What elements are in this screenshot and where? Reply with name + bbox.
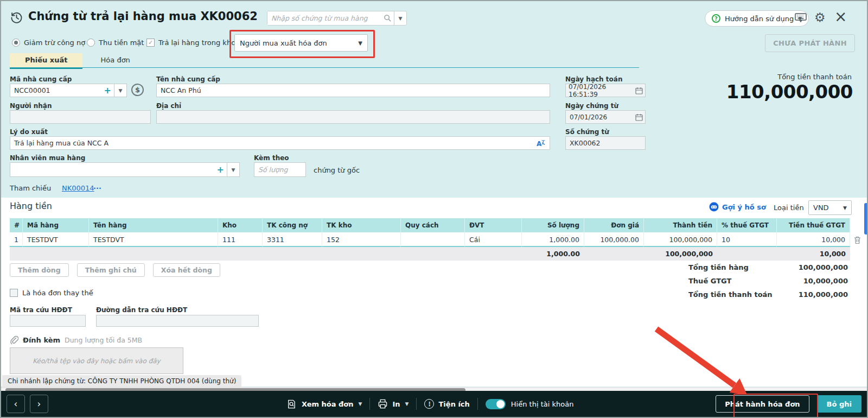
view-invoice-icon [286,399,297,409]
lookup-url-label: Đường dẫn tra cứu HĐĐT [96,306,187,314]
cell-debt-account[interactable]: 3311 [263,232,322,247]
cell-vat-amount[interactable]: 10,000 [777,232,850,247]
search-icon[interactable] [381,11,394,25]
invoice-issuer-dropdown[interactable]: Người mua xuất hóa đơn ▼ [234,34,368,52]
supplier-code-value[interactable]: NCC00001 [10,84,101,97]
search-dropdown-caret[interactable]: ▼ [394,11,406,25]
radio-icon [87,39,95,47]
col-header-item-name[interactable]: Tên hàng [89,218,218,232]
paperclip-icon [10,335,18,345]
col-header-stock-account[interactable]: TK kho [322,218,401,232]
checkbox-replacement-invoice[interactable]: Là hóa đơn thay thế [10,289,93,297]
items-table: # Mã hàng Tên hàng Kho TK công nợ TK kho… [10,218,850,261]
reference-more-link[interactable]: ... [93,182,101,191]
posting-date-value[interactable]: 07/01/2026 16:51:39 [566,84,635,97]
address-input[interactable] [156,110,550,124]
summary-cell [717,247,777,261]
supplier-dropdown-caret[interactable]: ▼ [114,84,126,97]
add-supplier-icon[interactable]: + [101,84,114,97]
col-header-unit-price[interactable]: Đơn giá [584,218,644,232]
chevron-down-icon[interactable]: ▼ [359,401,362,407]
cell-unit[interactable]: Cái [465,232,522,247]
currency-dollar-icon[interactable]: $ [131,84,144,96]
checkbox-return-in-stock[interactable]: ✓ Trả lại hàng trong kho [146,39,235,47]
vertical-scrollbar-thumb[interactable] [864,203,868,235]
add-staff-icon[interactable]: + [214,163,227,176]
tab-export-slip[interactable]: Phiếu xuất [10,53,82,69]
history-icon[interactable] [9,10,24,25]
tab-underline [10,67,639,68]
cell-warehouse[interactable]: 111 [218,232,263,247]
col-header-item-code[interactable]: Mã hàng [23,218,89,232]
summary-cell [263,247,322,261]
col-header-unit[interactable]: ĐVT [465,218,522,232]
cell-stock-account[interactable]: 152 [322,232,401,247]
file-dropzone[interactable]: Kéo/thả tệp vào đây hoặc bấm vào đây [10,347,183,374]
add-row-button[interactable]: Thêm dòng [10,263,69,277]
attached-qty-input[interactable] [254,162,306,177]
app-window: Chứng từ trả lại hàng mua XK00062 ▼ ? Hư… [0,0,868,418]
doc-number-input[interactable] [565,136,646,150]
help-button[interactable]: ? Hướng dẫn sử dụng ▼ [705,10,809,27]
col-header-quantity[interactable]: Số lượng [522,218,584,232]
summary-amount: 100,000,000 [644,247,717,261]
col-header-vat-amount[interactable]: Tiền thuế GTGT [777,218,850,232]
chevron-down-icon[interactable]: ▼ [405,401,409,407]
staff-dropdown-caret[interactable]: ▼ [227,163,239,176]
close-icon[interactable]: × [834,8,847,26]
col-header-amount[interactable]: Thành tiền [644,218,717,232]
print-label[interactable]: In [392,400,400,408]
buyer-staff-value[interactable] [10,163,214,176]
supplier-code-field: NCC00001 + ▼ [10,84,127,97]
delete-row-trash-icon[interactable] [853,236,861,244]
cell-amount[interactable]: 100,000,000 [644,232,717,247]
cell-item-name[interactable]: TESTDVT [89,232,218,247]
view-invoice-label[interactable]: Xem hóa đơn [302,400,354,408]
toggle-knob [496,400,505,408]
cell-unit-price[interactable]: 100,000.00 [584,232,644,247]
cell-vat-rate[interactable]: 10 [717,232,777,247]
calendar-icon[interactable] [635,84,645,97]
col-header-warehouse[interactable]: Kho [218,218,263,232]
cell-quantity[interactable]: 1,000.00 [522,232,584,247]
currency-dropdown[interactable]: VND ▼ [808,200,852,215]
cancel-save-button[interactable]: Bỏ ghi [817,395,861,413]
cell-index: 1 [10,232,23,247]
chevron-down-icon: ▼ [358,40,362,46]
search-input[interactable] [267,11,381,25]
radio-debt-reduction[interactable]: Giảm trừ công nợ [12,39,85,47]
suggest-docs-link[interactable]: Gợi ý hồ sơ [709,202,766,212]
cell-item-code[interactable]: TESTDVT [23,232,89,247]
translate-icon[interactable]: A [537,139,546,148]
col-header-spec[interactable]: Quy cách [401,218,465,232]
calendar-icon[interactable] [635,111,645,123]
cell-spec[interactable] [401,232,465,247]
lookup-url-input[interactable] [96,315,259,327]
show-account-toggle[interactable] [486,399,506,409]
toolbar-divider [416,398,417,410]
attach-size-hint: Dung lượng tối đa 5MB [65,336,142,344]
col-header-debt-account[interactable]: TK công nợ [263,218,322,232]
keyboard-shortcuts-icon[interactable] [794,12,807,23]
supplier-name-input[interactable] [156,84,550,97]
settings-gear-icon[interactable]: ⚙ [814,10,826,24]
add-note-button[interactable]: Thêm ghi chú [77,263,145,277]
doc-date-value[interactable]: 07/01/2026 [566,111,635,123]
lookup-code-input[interactable] [10,315,86,327]
issue-invoice-button[interactable]: Phát hành hóa đơn [716,395,809,413]
toolbar-divider [477,398,478,410]
clear-rows-button[interactable]: Xóa hết dòng [153,263,220,277]
receiver-input[interactable] [10,110,151,124]
col-header-index[interactable]: # [10,218,23,232]
radio-selected-icon [12,39,20,47]
next-record-button[interactable]: › [30,395,48,413]
utilities-label[interactable]: Tiện ích [438,400,469,408]
previous-record-button[interactable]: ‹ [7,395,25,413]
export-reason-field[interactable]: Trả lại hàng mua của NCC A A [10,136,550,150]
radio-cash-receipt[interactable]: Thu tiền mặt [87,39,144,47]
summary-quantity: 1,000.00 [522,247,584,261]
tab-invoice[interactable]: Hóa đơn [86,52,145,68]
reference-link[interactable]: NK00014 [62,184,94,192]
col-header-vat-rate[interactable]: % thuế GTGT [717,218,777,232]
attached-docs-label: Kèm theo [254,154,289,162]
